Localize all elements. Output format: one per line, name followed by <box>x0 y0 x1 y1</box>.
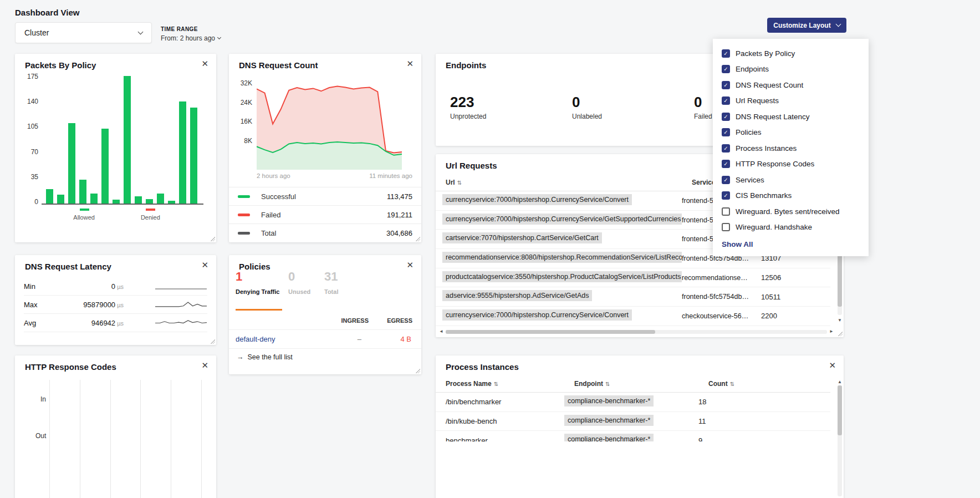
bar <box>46 189 53 204</box>
policies-table-header: INGRESS EGRESS <box>236 317 412 328</box>
count-cell: 18 <box>698 398 748 406</box>
bar <box>190 108 197 204</box>
latency-metric-label: Min <box>24 282 58 291</box>
endpoint-stat: 223Unprotected <box>450 94 572 120</box>
denying-traffic-underline <box>236 309 282 311</box>
vertical-scrollbar[interactable] <box>838 385 842 496</box>
customize-layout-button[interactable]: Customize Layout <box>767 18 846 33</box>
latency-row: Min0 µs <box>24 277 207 296</box>
dns-count-legend: Successful113,475Failed191,211Total304,6… <box>229 187 421 242</box>
customize-menu-item[interactable]: ✓Packets By Policy <box>713 45 869 62</box>
area-chart-svg <box>257 78 402 170</box>
scroll-right-icon[interactable]: ► <box>829 329 834 334</box>
policy-name-link[interactable]: default-deny <box>236 335 275 343</box>
process-name-cell: /bin/benchmarker <box>436 398 564 406</box>
scrollbar-thumb[interactable] <box>446 330 655 334</box>
column-header-url[interactable]: Url⇅ <box>446 179 462 186</box>
close-icon[interactable]: ✕ <box>406 261 414 269</box>
stat-label: Unused <box>288 288 324 295</box>
scroll-left-icon[interactable]: ◄ <box>439 329 443 334</box>
url-cell: cartservice:7070/hipstershop.CartService… <box>436 232 682 246</box>
show-all-link[interactable]: Show All <box>713 235 869 253</box>
close-icon[interactable]: ✕ <box>829 361 836 369</box>
table-row[interactable]: /bin/kube-benchcompliance-benchmarker-*1… <box>436 412 830 431</box>
time-range-value[interactable]: From: 2 hours ago <box>161 34 221 42</box>
policy-row: default-deny – 4 B <box>229 329 421 349</box>
process-rows: /bin/benchmarkercompliance-benchmarker-*… <box>436 393 830 441</box>
checkbox-icon[interactable] <box>722 207 730 216</box>
horizontal-scrollbar[interactable]: ◄ ► <box>439 329 834 334</box>
bar <box>157 194 164 204</box>
bar <box>90 194 98 204</box>
customize-menu-item[interactable]: ✓DNS Request Count <box>713 77 869 93</box>
scroll-down-icon[interactable]: ▼ <box>838 318 842 323</box>
column-header-egress: EGRESS <box>387 317 412 324</box>
endpoint-cell: compliance-benchmarker-* <box>564 434 698 441</box>
scroll-up-icon[interactable]: ▲ <box>838 380 842 384</box>
checkbox-icon[interactable]: ✓ <box>722 160 730 168</box>
customize-menu-item[interactable]: ✓Url Requests <box>713 93 869 109</box>
customize-menu-item[interactable]: ✓CIS Benchmarks <box>713 188 869 204</box>
close-icon[interactable]: ✕ <box>406 59 414 68</box>
y-tick-label: 16K <box>241 118 252 125</box>
latency-rows: Min0 µsMax95879000 µsAvg946942 µs <box>15 277 216 332</box>
y-tick-label: 32K <box>241 79 252 87</box>
endpoint-chip: compliance-benchmarker-* <box>564 395 654 406</box>
customize-menu-item[interactable]: ✓DNS Request Latency <box>713 109 869 125</box>
see-full-list-link[interactable]: → See the full list <box>237 353 293 361</box>
checkbox-icon[interactable]: ✓ <box>722 144 730 153</box>
chevron-down-icon <box>138 29 144 34</box>
table-row[interactable]: /bin/benchmarkercompliance-benchmarker-*… <box>436 393 830 412</box>
checkbox-icon[interactable]: ✓ <box>722 49 730 58</box>
customize-menu-item[interactable]: Wireguard. Handshake <box>713 220 869 236</box>
column-header-process-name[interactable]: Process Name⇅ <box>446 380 498 388</box>
checkbox-icon[interactable]: ✓ <box>722 191 730 200</box>
endpoint-chip: compliance-benchmarker-* <box>564 415 654 426</box>
count-cell: 9 <box>698 436 748 441</box>
card-title: HTTP Response Codes <box>25 362 116 372</box>
packets-y-axis: 17514010570350 <box>21 73 38 206</box>
checkbox-icon[interactable]: ✓ <box>722 96 730 105</box>
checkbox-icon[interactable]: ✓ <box>722 113 730 121</box>
endpoint-stat: 0Unlabeled <box>572 94 694 120</box>
service-cell: checkoutservice-56… <box>682 312 756 320</box>
checkbox-icon[interactable]: ✓ <box>722 65 730 73</box>
checkbox-icon[interactable]: ✓ <box>722 176 730 184</box>
customize-menu-item[interactable]: ✓Endpoints <box>713 62 869 78</box>
url-cell: adservice:9555/hipstershop.AdService/Get… <box>436 290 682 303</box>
menu-item-label: Wireguard. Handshake <box>736 223 812 231</box>
customize-menu-item[interactable]: ✓Process Instances <box>713 140 869 156</box>
legend-name: Successful <box>261 192 387 201</box>
checkbox-icon[interactable] <box>722 223 730 231</box>
customize-menu-item[interactable]: Wireguard. Bytes sent/received <box>713 204 869 220</box>
customize-menu-item[interactable]: ✓Policies <box>713 125 869 141</box>
table-row[interactable]: benchmarkercompliance-benchmarker-*9 <box>436 431 830 441</box>
latency-sparkline <box>155 282 207 291</box>
menu-item-label: DNS Request Latency <box>736 113 810 121</box>
table-row[interactable]: adservice:9555/hipstershop.AdService/Get… <box>436 287 830 307</box>
sort-icon: ⇅ <box>494 381 498 387</box>
checkbox-icon[interactable]: ✓ <box>722 128 730 136</box>
menu-item-label: Process Instances <box>736 144 797 153</box>
customize-menu-items: ✓Packets By Policy✓Endpoints✓DNS Request… <box>713 45 869 235</box>
column-header-count[interactable]: Count⇅ <box>708 380 734 388</box>
page-title: Dashboard View <box>15 8 79 17</box>
table-row[interactable]: productcatalogservice:3550/hipstershop.P… <box>436 268 830 288</box>
view-select[interactable]: Cluster <box>15 22 152 43</box>
process-name-cell: benchmarker <box>436 436 564 441</box>
close-icon[interactable]: ✕ <box>201 261 208 269</box>
scrollbar-track[interactable] <box>446 330 827 334</box>
url-cell: productcatalogservice:3550/hipstershop.P… <box>436 271 682 284</box>
policy-stat: 31Total <box>324 270 358 295</box>
customize-menu-item[interactable]: ✓HTTP Response Codes <box>713 156 869 172</box>
column-header-endpoint[interactable]: Endpoint⇅ <box>574 380 610 388</box>
url-chip: productcatalogservice:3550/hipstershop.P… <box>442 271 682 282</box>
scrollbar-thumb[interactable] <box>838 385 842 435</box>
chevron-down-icon <box>835 22 841 27</box>
close-icon[interactable]: ✕ <box>201 59 208 68</box>
latency-metric-label: Avg <box>24 319 58 327</box>
table-row[interactable]: currencyservice:7000/hipstershop.Currenc… <box>436 307 830 326</box>
customize-menu-item[interactable]: ✓Services <box>713 172 869 188</box>
checkbox-icon[interactable]: ✓ <box>722 81 730 89</box>
close-icon[interactable]: ✕ <box>201 361 208 369</box>
